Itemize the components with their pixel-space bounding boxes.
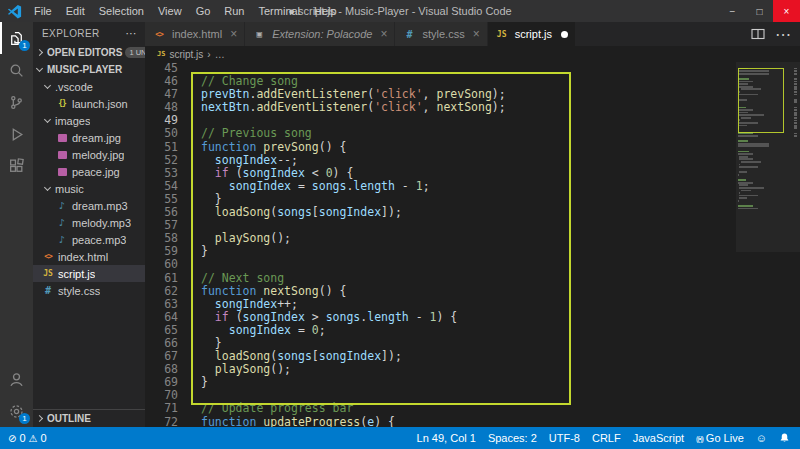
- line-number[interactable]: 54: [145, 180, 178, 193]
- file-index-html[interactable]: <>index.html: [33, 248, 145, 265]
- folder-images[interactable]: images: [33, 112, 145, 129]
- root-folder-header[interactable]: MUSIC-PLAYER: [33, 61, 145, 78]
- file-style-css[interactable]: #style.css: [33, 282, 145, 299]
- file-dream-mp3[interactable]: ♪dream.mp3: [33, 197, 145, 214]
- extensions-icon[interactable]: [0, 150, 33, 182]
- status-eol-text: CRLF: [592, 432, 621, 444]
- bell-icon[interactable]: [779, 432, 790, 444]
- line-number[interactable]: 53: [145, 167, 178, 180]
- js-file-icon: JS: [157, 50, 165, 58]
- split-editor-icon[interactable]: [751, 28, 765, 40]
- menu-view[interactable]: View: [151, 0, 189, 22]
- tree-item-label: style.css: [58, 285, 100, 297]
- overview-mark: [794, 78, 797, 80]
- menu-help[interactable]: Help: [307, 0, 344, 22]
- more-actions-icon[interactable]: ⋯: [122, 27, 141, 40]
- minimize-button[interactable]: −: [719, 0, 746, 22]
- minimap-selection-box: [738, 68, 784, 133]
- overview-mark: [794, 86, 797, 88]
- minimap[interactable]: [738, 65, 788, 210]
- status-errors[interactable]: ⊘0: [8, 432, 26, 444]
- line-number[interactable]: 50: [145, 127, 178, 140]
- menu-run[interactable]: Run: [217, 0, 251, 22]
- gutter[interactable]: 4546474849505152535455565758596061626364…: [145, 62, 189, 427]
- line-number[interactable]: 61: [145, 272, 178, 285]
- close-button[interactable]: ×: [773, 0, 800, 22]
- status-go-live-text: Go Live: [706, 432, 744, 444]
- file-dream-jpg[interactable]: dream.jpg: [33, 129, 145, 146]
- line-number[interactable]: 65: [145, 324, 178, 337]
- breadcrumb-more[interactable]: …: [215, 49, 225, 60]
- overview-mark: [794, 112, 797, 114]
- tab-extension-polacode[interactable]: ▣Extension: Polacode×: [245, 22, 395, 46]
- menu-go[interactable]: Go: [189, 0, 218, 22]
- chevron-down-icon: [44, 116, 51, 123]
- tree-item-label: .vscode: [55, 81, 93, 93]
- code-editor[interactable]: 4546474849505152535455565758596061626364…: [145, 62, 800, 427]
- close-icon[interactable]: ×: [473, 27, 480, 41]
- accounts-icon[interactable]: [0, 363, 33, 395]
- open-editors-section[interactable]: OPEN EDITORS 1 UNSAVED: [33, 44, 145, 61]
- menu-edit[interactable]: Edit: [59, 0, 92, 22]
- menu-selection[interactable]: Selection: [92, 0, 151, 22]
- code-line: }: [201, 245, 800, 258]
- close-icon[interactable]: ×: [380, 27, 387, 41]
- status-bar: ⊘0⚠0 Ln 49, Col 1Spaces: 2UTF-8CRLFJavaS…: [0, 427, 800, 449]
- sidebar-header: EXPLORER ⋯: [33, 22, 145, 44]
- file-launch-json[interactable]: {}launch.json: [33, 95, 145, 112]
- status-indentation[interactable]: Spaces: 2: [488, 432, 537, 444]
- audio-file-icon: ♪: [55, 200, 69, 211]
- menu-terminal[interactable]: Terminal: [252, 0, 308, 22]
- json-file-icon: {}: [55, 99, 69, 108]
- menu-file[interactable]: File: [27, 0, 59, 22]
- code-line: loadSong(songs[songIndex]);: [201, 206, 800, 219]
- css-file-icon: #: [41, 285, 55, 296]
- file-peace-mp3[interactable]: ♪peace.mp3: [33, 231, 145, 248]
- status-go-live[interactable]: ((•))Go Live: [696, 432, 744, 444]
- code-area[interactable]: // Change songprevBtn.addEventListener('…: [189, 62, 800, 427]
- tab-script-js[interactable]: JSscript.js: [488, 22, 576, 46]
- feedback-smiley-icon[interactable]: ☺: [756, 432, 767, 444]
- status-eol[interactable]: CRLF: [592, 432, 621, 444]
- outline-section[interactable]: OUTLINE: [33, 409, 145, 427]
- folder-vscode[interactable]: .vscode: [33, 78, 145, 95]
- line-number[interactable]: 60: [145, 258, 178, 271]
- tab-style-css[interactable]: #style.css×: [395, 22, 487, 46]
- line-number[interactable]: 52: [145, 154, 178, 167]
- tab-label: index.html: [172, 28, 222, 40]
- file-melody-jpg[interactable]: melody.jpg: [33, 146, 145, 163]
- more-actions-icon[interactable]: ⋯: [775, 25, 791, 44]
- settings-gear-icon[interactable]: 1: [0, 395, 33, 427]
- status-encoding[interactable]: UTF-8: [549, 432, 580, 444]
- run-and-debug-icon[interactable]: [0, 118, 33, 150]
- folder-music[interactable]: music: [33, 180, 145, 197]
- overview-mark: [794, 91, 797, 93]
- tab-index-html[interactable]: <>index.html×: [145, 22, 245, 46]
- open-editors-label: OPEN EDITORS: [47, 47, 122, 58]
- line-number[interactable]: 51: [145, 141, 178, 154]
- breadcrumb-file[interactable]: script.js: [169, 49, 203, 60]
- file-peace-jpg[interactable]: peace.jpg: [33, 163, 145, 180]
- file-script-js[interactable]: JSscript.js: [33, 265, 145, 282]
- line-number[interactable]: 63: [145, 298, 178, 311]
- close-icon[interactable]: ×: [230, 27, 237, 41]
- maximize-button[interactable]: □: [746, 0, 773, 22]
- source-control-icon[interactable]: [0, 86, 33, 118]
- explorer-icon[interactable]: 1: [0, 22, 33, 54]
- scrollbar[interactable]: [788, 65, 800, 427]
- line-number[interactable]: 62: [145, 285, 178, 298]
- overview-mark: [794, 101, 797, 103]
- breadcrumb-separator: ›: [207, 49, 210, 60]
- search-icon[interactable]: [0, 54, 33, 86]
- line-number[interactable]: 72: [145, 416, 178, 427]
- file-melody-mp3[interactable]: ♪melody.mp3: [33, 214, 145, 231]
- status-warnings[interactable]: ⚠0: [29, 432, 47, 444]
- line-number[interactable]: 71: [145, 402, 178, 415]
- line-number[interactable]: 64: [145, 311, 178, 324]
- overview-mark: [794, 133, 797, 135]
- broadcast-icon: ((•)): [696, 435, 703, 442]
- status-language-mode[interactable]: JavaScript: [633, 432, 684, 444]
- status-right: Ln 49, Col 1Spaces: 2UTF-8CRLFJavaScript…: [417, 432, 790, 444]
- overview-mark: [794, 135, 797, 137]
- status-cursor-position[interactable]: Ln 49, Col 1: [417, 432, 476, 444]
